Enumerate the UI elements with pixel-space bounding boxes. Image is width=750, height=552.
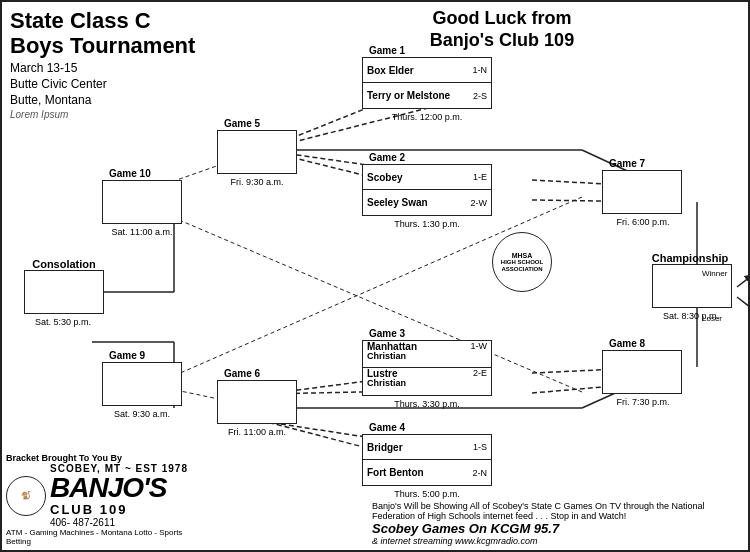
consolation-box (24, 270, 104, 314)
header-left: State Class C Boys Tournament March 13-1… (10, 8, 230, 120)
tournament-venue2: Butte, Montana (10, 93, 230, 107)
showing-text: Banjo's Will be Showing All of Scobey's … (372, 501, 742, 521)
game8-label: Game 8 (609, 338, 645, 349)
championship-label: Championship (642, 252, 738, 264)
header-right: Good Luck from Banjo's Club 109 (382, 8, 622, 51)
game2-box: Scobey 1-E Seeley Swan 2-W (362, 164, 492, 216)
game1-box: Box Elder 1-N Terry or Melstone 2-S (362, 57, 492, 109)
game1-time: Thurs. 12:00 p.m. (362, 112, 492, 122)
atm-text: ATM - Gaming Machines - Montana Lotto - … (6, 528, 206, 546)
game1-label: Game 1 (369, 45, 405, 56)
main-container: State Class C Boys Tournament March 13-1… (2, 2, 748, 550)
game5-label: Game 5 (224, 118, 260, 129)
game1-team1: Box Elder 1-N (363, 58, 491, 83)
consolation-label: Consolation (24, 258, 104, 270)
game9-box (102, 362, 182, 406)
bottom-right-text: Banjo's Will be Showing All of Scobey's … (372, 501, 742, 546)
winner-label: Winner (702, 269, 727, 278)
club-text: CLUB 109 (50, 502, 188, 517)
mhsa-logo: MHSA HIGH SCHOOL ASSOCIATION (492, 232, 552, 292)
game4-box: Bridger 1-S Fort Benton 2-N (362, 434, 492, 486)
game8-time: Fri. 7:30 p.m. (600, 397, 686, 407)
game7-label: Game 7 (609, 158, 645, 169)
game4-team1: Bridger 1-S (363, 435, 491, 460)
game10-time: Sat. 11:00 a.m. (97, 227, 187, 237)
game6-box (217, 380, 297, 424)
game5-time: Fri. 9:30 a.m. (212, 177, 302, 187)
game4-team2: Fort Benton 2-N (363, 460, 491, 485)
kcgm-text: Scobey Games On KCGM 95.7 (372, 521, 742, 536)
bottom-logo: Bracket Brought To You By 🐒 SCOBEY, MT ~… (6, 453, 206, 546)
game10-label: Game 10 (109, 168, 151, 179)
game3-team2: Lustre 2-E Christian (363, 368, 491, 395)
game3-box: Manhattan 1-W Christian Lustre 2-E Chris… (362, 340, 492, 396)
loser-label: Loser (702, 314, 722, 323)
game7-box (602, 170, 682, 214)
game6-time: Fri. 11:00 a.m. (212, 427, 302, 437)
streaming-text: & internet streaming www.kcgmradio.com (372, 536, 742, 546)
game4-time: Thurs. 5:00 p.m. (362, 489, 492, 499)
tournament-title: State Class C Boys Tournament (10, 8, 230, 59)
game9-time: Sat. 9:30 a.m. (97, 409, 187, 419)
svg-line-25 (137, 197, 582, 392)
lorem-text: Lorem Ipsum (10, 109, 230, 120)
game8-box (602, 350, 682, 394)
phone-text: 406- 487-2611 (50, 517, 188, 528)
consolation-time: Sat. 5:30 p.m. (18, 317, 108, 327)
tournament-venue1: Butte Civic Center (10, 77, 230, 91)
game10-box (102, 180, 182, 224)
mascot-icon: 🐒 (6, 476, 46, 516)
svg-line-26 (137, 202, 582, 392)
banjos-name: BANJO'S (50, 474, 188, 502)
game4-label: Game 4 (369, 422, 405, 433)
game7-time: Fri. 6:00 p.m. (600, 217, 686, 227)
brought-by-text: Bracket Brought To You By (6, 453, 206, 463)
game3-team1: Manhattan 1-W Christian (363, 341, 491, 368)
game6-label: Game 6 (224, 368, 260, 379)
game3-label: Game 3 (369, 328, 405, 339)
svg-line-28 (737, 297, 750, 307)
game2-team1: Scobey 1-E (363, 165, 491, 190)
game2-label: Game 2 (369, 152, 405, 163)
game2-time: Thurs. 1:30 p.m. (362, 219, 492, 229)
game9-label: Game 9 (109, 350, 145, 361)
game5-box (217, 130, 297, 174)
game1-team2: Terry or Melstone 2-S (363, 83, 491, 108)
good-luck-text: Good Luck from Banjo's Club 109 (382, 8, 622, 51)
championship-time: Sat. 8:30 p.m. (646, 311, 736, 321)
game3-time: Thurs. 3:30 p.m. (362, 399, 492, 409)
svg-line-27 (737, 277, 750, 287)
tournament-date: March 13-15 (10, 61, 230, 75)
game2-team2: Seeley Swan 2-W (363, 190, 491, 215)
